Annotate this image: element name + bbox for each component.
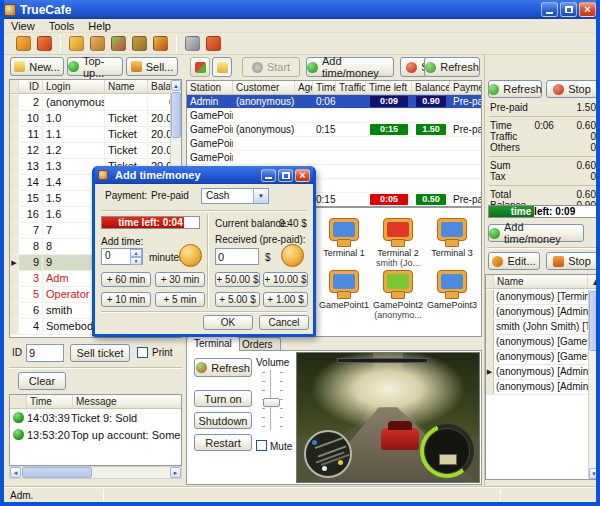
menu-item-help[interactable]: Help (81, 20, 118, 32)
clear-log-button[interactable]: Clear (18, 372, 66, 390)
topup-button[interactable]: Top-up... (67, 57, 123, 76)
log-row[interactable]: 13:53:20Top up account: Somebody + 5.00 (10, 426, 181, 443)
terminal-icon-4[interactable]: GamePoint1 (317, 270, 371, 310)
scroll-left-icon[interactable]: ◄ (10, 467, 21, 478)
add-time-money-button[interactable]: Add time/money (306, 57, 394, 77)
menu-item-tools[interactable]: Tools (42, 20, 82, 32)
edit-button[interactable]: Edit... (488, 252, 540, 270)
stepper-up-icon[interactable]: ▲ (130, 249, 142, 257)
row-gutter (10, 143, 19, 158)
terminal-icon-6[interactable]: GamePoint3 (425, 270, 479, 310)
cashbox-icon[interactable] (16, 36, 31, 51)
right-refresh-button[interactable]: Refresh (488, 80, 542, 98)
sell-basket-icon (131, 61, 142, 72)
add-money-3-button[interactable]: + 5.00 $ (215, 292, 260, 307)
right-add-time-money-button[interactable]: Add time/money (488, 224, 584, 242)
sell-ticket-icon[interactable] (37, 36, 52, 51)
lock-icon[interactable] (185, 36, 200, 51)
scroll-up-icon[interactable]: ▲ (171, 80, 181, 91)
minutes-stepper[interactable]: 0 ▲▼ (101, 248, 143, 265)
list-item[interactable]: (anonymous) [Terminal 1] (486, 290, 588, 305)
scroll-thumb[interactable] (171, 92, 181, 138)
table-row[interactable]: GamePoint2(anonymous)0:150:151.50Pre-pai… (187, 123, 481, 137)
chevron-down-icon: ▼ (253, 189, 268, 203)
print-checkbox[interactable] (137, 347, 148, 358)
sessions-scroll-up-icon[interactable]: ▲ (588, 275, 599, 288)
maximize-button[interactable] (560, 2, 577, 17)
received-input[interactable]: 0 (215, 248, 259, 265)
burger-icon[interactable] (90, 36, 105, 51)
sessions-stop-button[interactable]: Stop (546, 252, 598, 270)
terminal-icon-3[interactable]: Terminal 3 (425, 218, 479, 258)
list-item[interactable]: (anonymous) [Admin] (486, 380, 588, 395)
dialog-minimize-button[interactable] (261, 169, 276, 182)
shutdown-button[interactable]: Shutdown (194, 412, 252, 429)
mute-checkbox[interactable] (256, 440, 267, 451)
cancel-button[interactable]: Cancel (259, 315, 309, 330)
right-refresh-label: Refresh (503, 83, 542, 95)
minimize-button[interactable] (541, 2, 558, 17)
payment-method-select[interactable]: Cash ▼ (201, 188, 269, 204)
table-row[interactable]: 121.2Ticket20.00 (10, 143, 170, 159)
coin-icon[interactable] (69, 36, 84, 51)
log-row[interactable]: 14:03:39Ticket 9: Sold (10, 409, 181, 426)
sell-ticket-button[interactable]: Sell ticket (70, 344, 130, 362)
tab-orders[interactable]: Orders (234, 337, 281, 351)
list-item[interactable]: smith (John Smith) [Terminal 2] (486, 320, 588, 335)
list-item[interactable]: (anonymous) [GamePoint5] (486, 350, 588, 365)
add-time-2-button[interactable]: + 30 min (155, 272, 205, 287)
add-money-1-button[interactable]: + 50.00 $ (215, 272, 260, 287)
add-money-4-button[interactable]: + 1.00 $ (263, 292, 308, 307)
terminal-icon-1[interactable]: Terminal 1 (317, 218, 371, 258)
scroll-right-icon[interactable]: ► (170, 467, 181, 478)
sell-button[interactable]: Sell... (126, 57, 178, 76)
list-item[interactable]: ▶(anonymous) [Admin] (486, 365, 588, 380)
menu-item-view[interactable]: View (4, 20, 42, 32)
monitor-screen (387, 274, 409, 289)
tab-terminal[interactable]: Terminal (186, 336, 240, 351)
snack-icon[interactable] (132, 36, 147, 51)
volume-slider-thumb[interactable] (263, 398, 280, 407)
turn-on-label: Turn on (204, 393, 242, 405)
table-row[interactable]: GamePoint4 (187, 151, 481, 165)
drink-icon[interactable] (111, 36, 126, 51)
ok-button[interactable]: OK (203, 315, 253, 330)
logout-icon[interactable] (206, 36, 221, 51)
terminal-icon-5[interactable]: GamePoint2(anonymo... (371, 270, 425, 320)
log-clock-icon (13, 429, 24, 440)
dialog-maximize-button[interactable] (278, 169, 293, 182)
view-icons-button[interactable] (190, 57, 210, 77)
view-list-button[interactable] (212, 57, 232, 77)
add-time-1-button[interactable]: + 60 min (101, 272, 151, 287)
table-row[interactable]: 101.0Ticket20.00 (10, 111, 170, 127)
close-button[interactable]: × (579, 2, 596, 17)
dialog-close-button[interactable]: × (295, 169, 310, 182)
terminal-refresh-button[interactable]: Refresh (194, 358, 252, 377)
table-row[interactable]: GamePoint1 (187, 109, 481, 123)
table-row[interactable]: 2(anonymous)0 (10, 95, 170, 111)
add-money-2-button[interactable]: + 10.00 $ (263, 272, 308, 287)
turn-on-button[interactable]: Turn on (194, 390, 252, 407)
table-row[interactable]: Admin(anonymous)0:060:090.90Pre-paid (187, 95, 481, 109)
refresh-stations-button[interactable]: Refresh (424, 57, 480, 77)
table-row[interactable]: GamePoint3 (187, 137, 481, 151)
new-account-button[interactable]: New... (10, 57, 64, 76)
terminal-icon-2[interactable]: Terminal 2smith (Jo... (371, 218, 425, 268)
list-item[interactable]: (anonymous) [GamePoint2] (486, 335, 588, 350)
ticket-id-input[interactable]: 9 (26, 344, 64, 362)
sessions-scroll-down-icon[interactable]: ▼ (589, 468, 599, 479)
stepper-down-icon[interactable]: ▼ (130, 257, 142, 265)
table-row[interactable]: 111.1Ticket20.00 (10, 127, 170, 143)
restart-button[interactable]: Restart (194, 434, 252, 451)
fries-icon[interactable] (153, 36, 168, 51)
refresh-label: Refresh (440, 61, 479, 73)
right-stop-button[interactable]: Stop (546, 80, 598, 98)
hscroll-thumb[interactable] (22, 467, 92, 478)
add-time-4-button[interactable]: + 5 min (155, 292, 205, 307)
edit-pencil-icon (492, 256, 503, 267)
log-hscrollbar[interactable]: ◄ ► (9, 466, 182, 479)
add-time-3-button[interactable]: + 10 min (101, 292, 151, 307)
start-session-button[interactable]: Start (242, 57, 300, 77)
sessions-scrollbar[interactable]: ▼ (588, 290, 599, 479)
list-item[interactable]: (anonymous) [Admin] (486, 305, 588, 320)
